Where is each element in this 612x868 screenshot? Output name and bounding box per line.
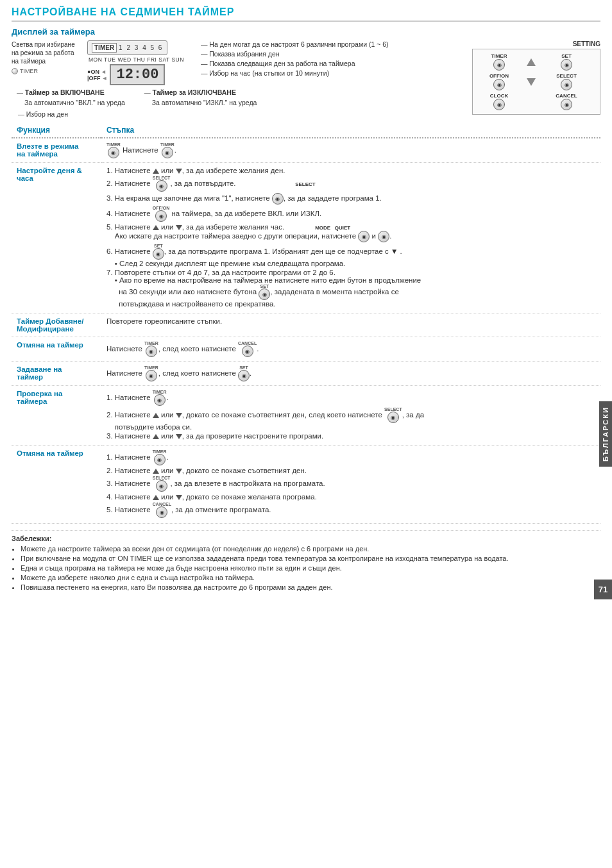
timer-icon-r4: TIMER◉ <box>144 341 158 357</box>
page-number: 71 <box>594 580 612 599</box>
cancel-icon-r7s5: CANCEL◉ <box>153 502 171 518</box>
set-icon-s6: SET◉ <box>153 244 164 260</box>
function-label: Задаване натаймер <box>12 362 101 386</box>
setting-title: SETTING <box>472 40 600 47</box>
btn-mode[interactable]: ◉ <box>358 231 370 242</box>
function-label: Отмяна на таймер <box>12 337 101 362</box>
callout-4: Избор на час (на стъпки от 10 минути) <box>196 69 466 77</box>
arrow-down-r6s3 <box>176 434 182 439</box>
timer-on-label: Таймер за ВКЛЮЧВАНЕ <box>25 88 105 96</box>
timer-icon-r5: TIMER◉ <box>144 365 158 381</box>
callout-3: Показва следващия ден за работа на тайме… <box>196 60 466 67</box>
function-label: Отмяна на таймер <box>12 446 101 524</box>
instructions-table: Функция Стъпка Влезте в режимана таймера… <box>12 123 600 524</box>
arrow-down-r6 <box>176 413 182 418</box>
timer-icon-r7s1: TIMER◉ <box>153 449 167 465</box>
btn-quiet[interactable]: ◉ <box>378 231 389 242</box>
clock-display: 12:00 <box>110 64 165 85</box>
label-select: SELECT <box>556 73 577 79</box>
btn-timer[interactable]: ◉ <box>493 59 505 71</box>
callout-1: На ден могат да се настроят 6 различни п… <box>196 40 466 48</box>
table-row: Влезте в режимана таймера TIMER ◉ Натисн… <box>12 138 600 163</box>
table-row: Настройте деня &часа 1. Натиснете или , … <box>12 163 600 313</box>
arrow-down-r7s4 <box>176 495 182 500</box>
cancel-icon-r4: CANCEL◉ <box>238 341 257 357</box>
table-row: Таймер Добавяне/Модифициране Повторете г… <box>12 313 600 337</box>
btn-offon[interactable]: ◉ <box>493 79 505 90</box>
step-content: TIMER ◉ Натиснете TIMER◉. <box>101 138 600 163</box>
notes-title: Забележки: <box>12 535 600 542</box>
btn-select-step3[interactable]: ◉ <box>272 193 284 204</box>
page-title: НАСТРОЙВАНЕ НА СЕДМИЧЕН ТАЙМЕР <box>12 6 600 22</box>
notes-item: Една и съща програма на таймера не може … <box>21 564 600 572</box>
table-row: Отмяна на таймер Натиснете TIMER◉, след … <box>12 337 600 362</box>
notes-item: Можете да изберете няколко дни с една и … <box>21 574 600 581</box>
label-clock: CLOCK <box>490 93 508 99</box>
timer-on-section: — Таймер за ВКЛЮЧВАНЕ За автоматично "ВК… <box>17 88 125 108</box>
arrow-down-r7 <box>176 469 182 474</box>
timer-off-label: Таймер за ИЗКЛЮЧВАНЕ <box>153 88 236 96</box>
timer-icon-2: TIMER◉ <box>160 142 174 158</box>
display-section-heading: Дисплей за таймера <box>12 27 600 37</box>
label-set: SET <box>561 53 572 59</box>
set-icon-s7: SET◉ <box>259 284 270 300</box>
side-label: БЪЛГАРСКИ <box>599 401 612 467</box>
diagram-area: Светва при избиране на режима за работа … <box>12 40 600 119</box>
timer-icon-wrap: TIMER ◉ <box>106 142 121 158</box>
btn-down[interactable] <box>527 78 536 86</box>
notes-item: Повишава пестенето на енергия, като Ви п… <box>21 583 600 591</box>
light-label: Светва при избиране на режима за работа … <box>12 40 82 65</box>
notes-list: Можете да настроите таймера за всеки ден… <box>12 545 600 591</box>
timer-label: TIMER <box>92 43 117 53</box>
btn-clock[interactable]: ◉ <box>493 99 505 110</box>
label-offon: OFF/ON <box>489 73 509 79</box>
offon-icon: OFF/ON◉ <box>153 206 169 222</box>
step-content: 1. Натиснете TIMER◉. 2. Натиснете или , … <box>101 446 600 524</box>
notes-section: Забележки: Можете да настроите таймера з… <box>12 530 600 591</box>
function-label: Настройте деня &часа <box>12 163 101 313</box>
table-row: Проверка натаймера 1. Натиснете TIMER◉. … <box>12 386 600 446</box>
step-content: Повторете гореописаните стъпки. <box>101 313 600 337</box>
label-cancel: CANCEL <box>556 93 577 99</box>
timer-numbers: 1 2 3 4 5 6 <box>119 44 163 51</box>
btn-up[interactable] <box>527 58 536 66</box>
arrow-up-r6 <box>153 413 159 418</box>
btn-cancel[interactable]: ◉ <box>561 99 572 110</box>
function-label: Проверка натаймера <box>12 386 101 446</box>
function-label: Влезте в режимана таймера <box>12 138 101 163</box>
arrow-up-r6s3 <box>153 434 159 439</box>
label-timer: TIMER <box>491 53 507 59</box>
notes-item: При включване на модула от ON TIMER ще с… <box>21 555 600 562</box>
step-content: Натиснете TIMER◉, след което натиснете C… <box>101 337 600 362</box>
btn-select[interactable]: ◉ <box>561 79 572 90</box>
timer-on-sub: За автоматично "ВКЛ." на уреда <box>24 99 125 106</box>
setting-panel: SETTING TIMER ◉ SET ◉ <box>472 40 600 119</box>
arrow-up-r7s4 <box>153 495 159 500</box>
diagram-main: Светва при избиране на режима за работа … <box>12 40 466 119</box>
timer-days: MON TUE WED THU FRI SAT SUN <box>89 56 184 63</box>
arrow-up-r7 <box>153 469 159 474</box>
day-select-label: Избор на ден <box>26 110 68 118</box>
arrow-down-2 <box>176 225 182 230</box>
arrow-up-2 <box>153 225 159 230</box>
callout-2: Показва избрания ден <box>196 50 466 58</box>
col1-header: Функция <box>12 123 101 138</box>
btn-set[interactable]: ◉ <box>561 59 572 71</box>
select-icon-r7s3: SELECT◉ <box>153 476 171 492</box>
arrow-down <box>176 169 182 174</box>
page-container: НАСТРОЙВАНЕ НА СЕДМИЧЕН ТАЙМЕР Дисплей з… <box>0 0 612 599</box>
set-icon-r5: SET◉ <box>238 365 250 381</box>
btn-timer-step1[interactable]: ◉ <box>108 147 119 158</box>
notes-item: Можете да настроите таймера за всеки ден… <box>21 545 600 553</box>
step-content: 1. Натиснете TIMER◉. 2. Натиснете или , … <box>101 386 600 446</box>
step-content: 1. Натиснете или , за да изберете желани… <box>101 163 600 313</box>
step-content: Натиснете TIMER◉, след което натиснете S… <box>101 362 600 386</box>
light-indicator <box>12 68 18 74</box>
function-label: Таймер Добавяне/Модифициране <box>12 313 101 337</box>
timer-off-section: — Таймер за ИЗКЛЮЧВАНЕ За автоматично "И… <box>144 88 257 108</box>
select-icon-r6: SELECT◉ <box>384 407 402 423</box>
select-icon: SELECT◉ <box>153 176 171 192</box>
timer-off-sub: За автоматично "ИЗКЛ." на уреда <box>152 99 257 106</box>
timer-device-label: TIMER <box>20 68 38 74</box>
table-row: Задаване натаймер Натиснете TIMER◉, след… <box>12 362 600 386</box>
